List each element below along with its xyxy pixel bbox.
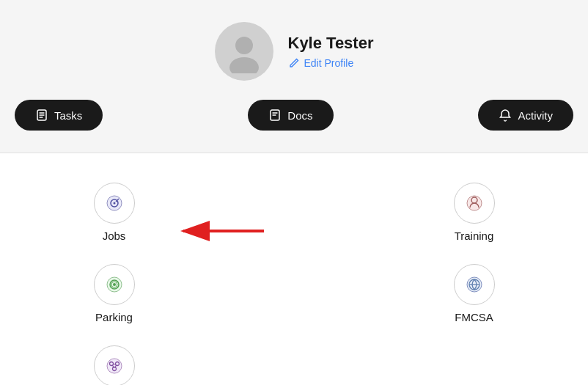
parking-label: Parking	[95, 311, 133, 323]
tasks-label: Tasks	[54, 109, 82, 122]
profile-info: Kyle Tester Edit Profile	[288, 34, 374, 69]
training-icon	[463, 191, 486, 215]
docs-icon	[268, 109, 282, 122]
docs-button[interactable]: Docs	[248, 100, 333, 131]
connect-item[interactable]: Connect	[44, 338, 184, 385]
svg-point-1	[229, 57, 259, 73]
avatar	[215, 22, 273, 81]
edit-profile-label: Edit Profile	[304, 57, 354, 69]
pencil-icon	[288, 57, 300, 69]
tasks-icon	[35, 109, 48, 122]
tasks-button[interactable]: Tasks	[15, 100, 103, 131]
nav-row: Tasks Docs Activity	[0, 100, 588, 131]
activity-label: Activity	[518, 109, 553, 122]
parking-item[interactable]: Parking	[44, 257, 184, 331]
profile-row: Kyle Tester Edit Profile	[215, 22, 374, 81]
svg-point-0	[235, 37, 253, 54]
fmcsa-icon	[463, 273, 486, 296]
training-label: Training	[455, 230, 494, 242]
activity-button[interactable]: Activity	[478, 100, 573, 131]
training-item[interactable]: Training	[404, 175, 544, 249]
parking-icon	[103, 273, 126, 296]
connect-icon-circle	[94, 345, 135, 385]
header-section: Kyle Tester Edit Profile Tasks Docs	[0, 0, 588, 145]
fmcsa-item[interactable]: FMCSA	[404, 257, 544, 331]
jobs-icon	[103, 191, 126, 215]
jobs-icon-circle	[94, 183, 135, 224]
fmcsa-icon-circle	[454, 264, 495, 305]
edit-profile-link[interactable]: Edit Profile	[288, 57, 374, 69]
grid-section: Jobs Training Parking	[0, 153, 588, 385]
svg-point-6	[113, 202, 115, 205]
training-icon-circle	[454, 183, 495, 224]
parking-icon-circle	[94, 264, 135, 305]
svg-point-11	[113, 283, 116, 286]
jobs-item[interactable]: Jobs	[44, 175, 184, 249]
jobs-label: Jobs	[103, 230, 126, 242]
activity-bell-icon	[499, 109, 512, 122]
profile-name: Kyle Tester	[288, 34, 374, 53]
connect-icon	[103, 354, 126, 378]
docs-label: Docs	[287, 109, 312, 122]
fmcsa-label: FMCSA	[455, 311, 493, 323]
